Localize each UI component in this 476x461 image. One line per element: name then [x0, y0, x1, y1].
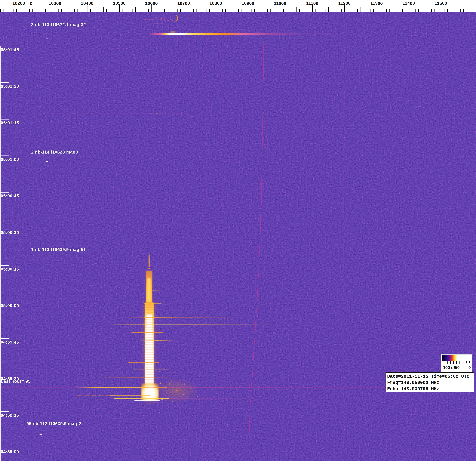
db-tick: [462, 361, 462, 364]
freq-tick: [184, 5, 184, 12]
freq-tick: [174, 9, 174, 12]
freq-tick: [229, 9, 229, 12]
freq-tick: [267, 9, 268, 12]
db-tick: [459, 361, 459, 364]
freq-label: 11100: [306, 1, 318, 6]
time-tick: [0, 229, 9, 229]
freq-tick: [126, 9, 126, 12]
freq-tick: [168, 7, 168, 12]
freq-tick: [180, 9, 181, 12]
time-label: 05:00:45: [1, 194, 19, 198]
freq-tick: [81, 9, 81, 12]
freq-tick: [473, 5, 473, 12]
freq-tick: [274, 9, 274, 12]
freq-tick: [415, 9, 416, 12]
freq-label: 10800: [210, 1, 222, 6]
freq-tick: [65, 9, 65, 12]
freq-tick: [348, 9, 348, 12]
freq-tick: [454, 9, 454, 12]
freq-tick: [406, 9, 406, 12]
db-scale-ticks: [442, 361, 471, 365]
db-scale-labels: -100 dB -50 0: [441, 365, 472, 371]
freq-tick: [113, 9, 113, 12]
db-mid-label: -50: [454, 365, 460, 370]
time-label: 05:00:00: [1, 303, 19, 308]
freq-tick: [225, 9, 226, 12]
freq-tick: [94, 9, 94, 12]
db-color-scale-legend: -100 dB -50 0: [441, 354, 472, 373]
freq-tick: [242, 9, 242, 12]
spectrogram-window: 10200 Hz10300104001050010600107001080010…: [0, 0, 476, 461]
freq-tick: [351, 9, 351, 12]
time-tick: [0, 338, 9, 339]
freq-tick: [306, 9, 306, 12]
freq-tick: [103, 7, 103, 12]
freq-tick: [58, 9, 59, 12]
freq-tick: [23, 5, 23, 12]
freq-tick: [4, 9, 4, 12]
freq-tick: [77, 9, 78, 12]
freq-tick: [315, 9, 316, 12]
time-label: 05:01:30: [1, 84, 19, 89]
info-echo-frequency: Echo=143.039795 MHz: [387, 386, 439, 392]
freq-label: 10900: [242, 1, 254, 6]
freq-tick: [20, 9, 20, 12]
freq-tick: [344, 5, 345, 12]
freq-tick: [148, 9, 149, 12]
freq-tick: [193, 9, 194, 12]
freq-tick: [258, 9, 258, 12]
freq-tick: [222, 9, 222, 12]
time-label: 05:00:30: [1, 230, 19, 235]
freq-tick: [209, 9, 210, 12]
freq-tick: [177, 9, 178, 12]
freq-tick: [206, 9, 206, 12]
db-tick: [449, 361, 449, 363]
freq-tick: [26, 9, 26, 12]
freq-tick: [10, 9, 10, 12]
freq-label: 10400: [81, 1, 94, 6]
time-tick: [0, 411, 9, 412]
time-tick: [0, 302, 9, 302]
freq-tick: [16, 9, 17, 12]
db-tick: [458, 361, 458, 363]
freq-tick: [129, 9, 129, 12]
echo-annotation: 2 nb-114 f10628 mag0: [31, 150, 78, 154]
freq-label: 10300: [49, 1, 61, 6]
freq-tick: [373, 9, 374, 12]
db-tick: [471, 361, 471, 364]
freq-tick: [428, 9, 428, 12]
freq-tick: [325, 9, 325, 12]
freq-tick: [293, 9, 293, 12]
freq-tick: [312, 5, 313, 12]
time-tick: [0, 155, 9, 156]
db-tick: [445, 361, 445, 364]
freq-tick: [434, 9, 435, 12]
db-tick: [465, 361, 465, 364]
time-label: 05:01:00: [1, 157, 19, 162]
freq-tick: [164, 9, 165, 12]
freq-label: 10200 Hz: [12, 1, 32, 6]
freq-tick: [338, 9, 338, 12]
db-gradient-bar: [442, 355, 471, 361]
freq-tick: [171, 9, 171, 12]
freq-tick: [322, 9, 322, 12]
freq-tick: [110, 9, 110, 12]
db-tick: [468, 361, 468, 364]
freq-tick: [161, 9, 162, 12]
freq-tick: [132, 9, 133, 12]
db-tick: [450, 361, 451, 364]
freq-tick: [457, 7, 457, 12]
freq-tick: [380, 9, 380, 12]
freq-tick: [367, 9, 367, 12]
freq-tick: [238, 9, 239, 12]
time-tick: [0, 46, 9, 46]
freq-label: 10500: [113, 1, 126, 6]
freq-tick: [463, 9, 464, 12]
freq-tick: [142, 9, 142, 12]
freq-tick: [438, 9, 438, 12]
db-tick: [455, 361, 455, 363]
freq-tick: [36, 9, 36, 12]
freq-tick: [309, 9, 309, 12]
freq-tick: [152, 5, 152, 12]
freq-tick: [412, 9, 412, 12]
